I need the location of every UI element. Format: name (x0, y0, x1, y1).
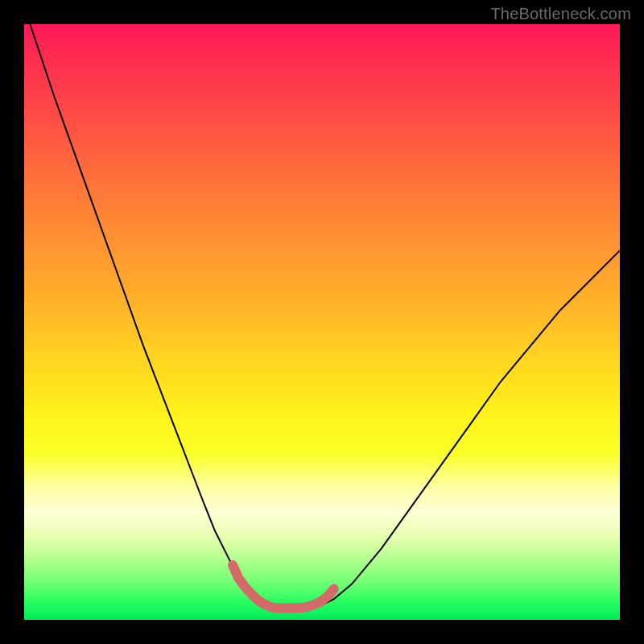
chart-frame: TheBottleneck.com (0, 0, 644, 644)
chart-svg (24, 24, 620, 620)
watermark-text: TheBottleneck.com (490, 5, 631, 23)
bottleneck-curve (30, 24, 620, 608)
optimal-range-highlight (233, 565, 334, 608)
plot-area (24, 24, 620, 620)
